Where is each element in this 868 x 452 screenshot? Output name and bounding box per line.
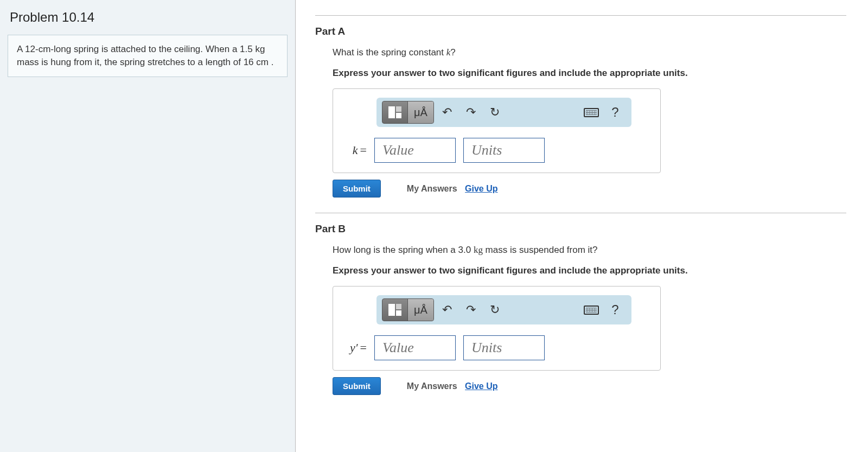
part-a-value-input[interactable] [374, 138, 456, 163]
part-b-my-answers[interactable]: My Answers [407, 381, 457, 391]
template-units-group-b: μÅ [382, 298, 434, 321]
answer-panel: Part A What is the spring constant k? Wh… [296, 0, 868, 452]
part-b-question: How long is the spring when a 3.0 kg mas… [333, 245, 846, 256]
templates-button[interactable] [382, 101, 407, 123]
templates-icon [388, 106, 401, 118]
part-a-input-row: k= [343, 138, 650, 163]
templates-button-b[interactable] [382, 299, 407, 321]
part-a-instruction: Express your answer to two significant f… [333, 68, 846, 79]
part-a-my-answers[interactable]: My Answers [407, 184, 457, 193]
help-icon[interactable]: ? [604, 101, 626, 123]
part-a-title: Part A [315, 26, 846, 37]
divider-top [315, 15, 846, 16]
part-b-links: My Answers Give Up [407, 381, 498, 391]
part-b-instruction: Express your answer to two significant f… [333, 265, 846, 276]
problem-title: Problem 10.14 [8, 10, 288, 25]
part-b-input-row: y′= [343, 335, 650, 360]
part-a-actions: Submit My Answers Give Up [333, 180, 846, 198]
part-b-units-input[interactable] [463, 335, 545, 360]
divider-mid [315, 213, 846, 213]
part-b-submit-button[interactable]: Submit [333, 377, 381, 395]
part-b-eq-label: y′= [343, 341, 367, 355]
keyboard-icon[interactable] [580, 101, 602, 123]
undo-icon[interactable]: ↶ [436, 101, 458, 123]
problem-statement: A 12-cm-long spring is attached to the c… [8, 35, 288, 77]
redo-icon[interactable]: ↷ [460, 101, 482, 123]
templates-icon-b [388, 304, 401, 316]
template-units-group: μÅ [382, 101, 434, 124]
part-b-give-up-link[interactable]: Give Up [465, 381, 497, 391]
part-b-actions: Submit My Answers Give Up [333, 377, 846, 395]
part-b-answer-box: μÅ ↶ ↷ ↻ ? y′= [333, 286, 661, 371]
part-a-toolbar: μÅ ↶ ↷ ↻ ? [376, 98, 631, 127]
redo-icon-b[interactable]: ↷ [460, 299, 482, 321]
part-b-title: Part B [315, 223, 846, 235]
part-a-question: What is the spring constant k? What is t… [333, 47, 846, 58]
keyboard-icon-b[interactable] [580, 299, 602, 321]
reset-icon-b[interactable]: ↻ [484, 299, 506, 321]
part-a-give-up-link[interactable]: Give Up [465, 184, 497, 193]
part-a-units-input[interactable] [463, 138, 545, 163]
special-chars-button-b[interactable]: μÅ [407, 299, 433, 321]
reset-icon[interactable]: ↻ [484, 101, 506, 123]
special-chars-button[interactable]: μÅ [407, 101, 433, 123]
undo-icon-b[interactable]: ↶ [436, 299, 458, 321]
problem-sidebar: Problem 10.14 A 12-cm-long spring is att… [0, 0, 296, 452]
part-a-links: My Answers Give Up [407, 184, 498, 194]
part-b-toolbar: μÅ ↶ ↷ ↻ ? [376, 295, 631, 324]
help-icon-b[interactable]: ? [604, 299, 626, 321]
part-a-answer-box: μÅ ↶ ↷ ↻ ? k= [333, 88, 661, 173]
part-b: Part B How long is the spring when a 3.0… [315, 223, 846, 395]
part-a-eq-label: k= [343, 143, 367, 157]
part-a: Part A What is the spring constant k? Wh… [315, 26, 846, 198]
part-a-submit-button[interactable]: Submit [333, 180, 381, 198]
part-b-value-input[interactable] [374, 335, 456, 360]
